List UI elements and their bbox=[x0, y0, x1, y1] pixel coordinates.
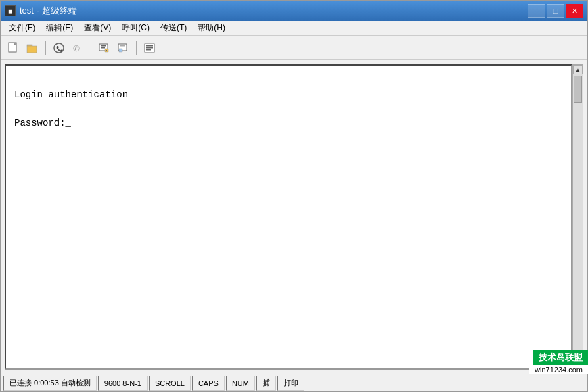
receive-icon bbox=[117, 42, 129, 54]
new-button[interactable] bbox=[5, 39, 22, 57]
svg-rect-16 bbox=[146, 45, 153, 47]
svg-marker-14 bbox=[119, 49, 122, 52]
terminal-line-2 bbox=[14, 102, 563, 116]
close-button[interactable]: ✕ bbox=[566, 4, 583, 18]
svg-rect-9 bbox=[101, 47, 105, 49]
svg-rect-3 bbox=[27, 46, 37, 53]
main-area: Login authentication Password:_ ▲ bbox=[1, 60, 587, 374]
menu-help[interactable]: 帮助(H) bbox=[192, 21, 231, 35]
terminal-line-0 bbox=[14, 74, 563, 88]
svg-rect-17 bbox=[146, 47, 153, 49]
status-baud: 9600 8-N-1 bbox=[98, 376, 148, 391]
status-connected: 已连接 0:00:53 自动检测 bbox=[3, 376, 97, 391]
svg-text:✆: ✆ bbox=[73, 44, 80, 53]
properties-button[interactable] bbox=[141, 39, 158, 57]
properties-icon bbox=[143, 42, 156, 54]
status-caps: CAPS bbox=[192, 376, 225, 391]
dial-icon: 📞 bbox=[53, 42, 65, 54]
new-icon bbox=[7, 42, 20, 54]
terminal-line-14 bbox=[14, 272, 563, 287]
send-icon bbox=[98, 42, 110, 54]
terminal-line-18 bbox=[14, 329, 563, 343]
terminal-line-9 bbox=[14, 201, 563, 216]
minimize-button[interactable]: ─ bbox=[528, 4, 545, 18]
watermark-brand: 技术岛联盟 bbox=[533, 350, 588, 365]
status-print: 打印 bbox=[277, 376, 304, 391]
menu-call[interactable]: 呼叫(C) bbox=[116, 21, 155, 35]
scroll-up-button[interactable]: ▲ bbox=[573, 65, 583, 74]
terminal-line-16 bbox=[14, 301, 563, 315]
terminal-line-11 bbox=[14, 230, 563, 244]
hangup-button[interactable]: ✆ bbox=[69, 39, 87, 57]
svg-rect-13 bbox=[120, 45, 125, 47]
watermark-url: win71234.com bbox=[529, 365, 588, 374]
svg-rect-2 bbox=[27, 45, 32, 46]
statusbar: 已连接 0:00:53 自动检测 9600 8-N-1 SCROLL CAPS … bbox=[1, 374, 587, 391]
hangup-icon: ✆ bbox=[72, 42, 84, 54]
send-button[interactable] bbox=[95, 39, 113, 57]
titlebar-buttons: ─ □ ✕ bbox=[528, 4, 583, 18]
menu-file[interactable]: 文件(F) bbox=[3, 21, 41, 35]
terminal-line-10 bbox=[14, 216, 563, 230]
toolbar-separator-2 bbox=[91, 41, 91, 55]
terminal-line-19 bbox=[14, 343, 563, 358]
terminal-line-8 bbox=[14, 187, 563, 201]
terminal-line-4 bbox=[14, 130, 563, 145]
terminal-line-1: Login authentication bbox=[14, 88, 563, 102]
terminal-line-17 bbox=[14, 315, 563, 329]
terminal-line-13 bbox=[14, 258, 563, 272]
scroll-thumb[interactable] bbox=[574, 76, 582, 103]
titlebar-left: ■ test - 超级终端 bbox=[5, 5, 77, 17]
dial-button[interactable]: 📞 bbox=[50, 39, 68, 57]
svg-rect-8 bbox=[101, 45, 106, 47]
window-title: test - 超级终端 bbox=[20, 5, 77, 17]
svg-text:📞: 📞 bbox=[56, 45, 63, 52]
terminal-line-3: Password:_ bbox=[14, 116, 563, 130]
terminal-line-6 bbox=[14, 159, 563, 173]
toolbar-separator-3 bbox=[136, 41, 137, 55]
svg-rect-18 bbox=[146, 49, 151, 51]
menu-transfer[interactable]: 传送(T) bbox=[155, 21, 192, 35]
menu-view[interactable]: 查看(V) bbox=[78, 21, 116, 35]
watermark: 技术岛联盟 win71234.com bbox=[529, 350, 588, 374]
toolbar-separator-1 bbox=[45, 41, 46, 55]
toolbar: 📞 ✆ bbox=[1, 36, 587, 60]
terminal-line-5 bbox=[14, 145, 563, 159]
status-capture: 捕 bbox=[256, 376, 276, 391]
scroll-track[interactable] bbox=[573, 74, 583, 360]
status-scroll: SCROLL bbox=[149, 376, 191, 391]
receive-button[interactable] bbox=[114, 39, 132, 57]
main-window: ■ test - 超级终端 ─ □ ✕ 文件(F) 编辑(E) 查看(V) 呼叫… bbox=[0, 0, 588, 392]
maximize-button[interactable]: □ bbox=[547, 4, 564, 18]
terminal-line-15 bbox=[14, 287, 563, 301]
vertical-scrollbar: ▲ ▼ bbox=[572, 64, 583, 370]
menu-edit[interactable]: 编辑(E) bbox=[41, 21, 78, 35]
terminal-line-12 bbox=[14, 244, 563, 258]
open-button[interactable] bbox=[24, 39, 41, 57]
terminal[interactable]: Login authentication Password:_ bbox=[5, 64, 572, 370]
status-num: NUM bbox=[226, 376, 255, 391]
app-icon: ■ bbox=[5, 5, 16, 16]
terminal-line-7 bbox=[14, 173, 563, 187]
titlebar: ■ test - 超级终端 ─ □ ✕ bbox=[1, 1, 587, 21]
menubar: 文件(F) 编辑(E) 查看(V) 呼叫(C) 传送(T) 帮助(H) bbox=[1, 21, 587, 36]
open-icon bbox=[26, 42, 39, 54]
